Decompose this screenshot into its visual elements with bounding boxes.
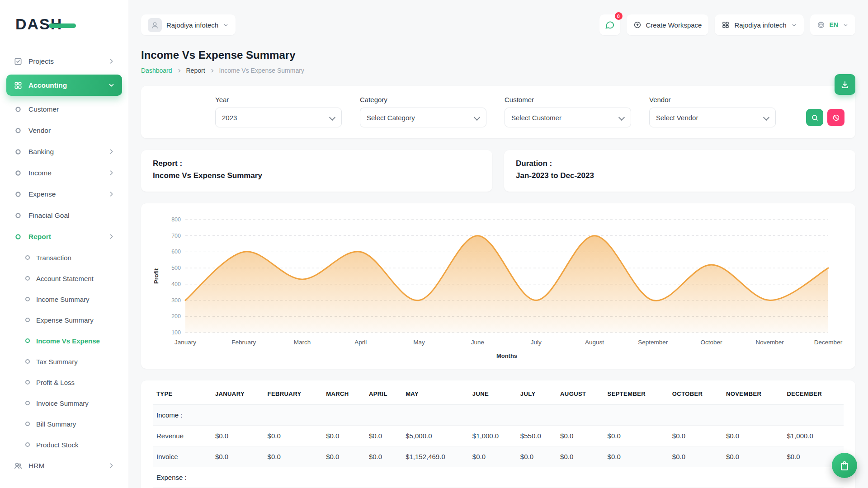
ring-icon — [14, 126, 23, 135]
sidebar-item-projects[interactable]: Projects — [6, 51, 122, 72]
sidebar-item-expense[interactable]: Expense — [6, 183, 122, 205]
category-label: Category — [360, 96, 486, 103]
customer-select[interactable]: Select Customer — [505, 108, 631, 127]
workspace-selector[interactable]: Rajodiya infotech — [141, 14, 236, 35]
sidebar-subitem-income-vs-expense[interactable]: Income Vs Expense — [6, 330, 122, 351]
ring-icon — [25, 380, 30, 385]
income-expense-table: TYPEJANUARYFEBRUARYMARCHAPRILMAYJUNEJULY… — [153, 382, 844, 488]
sidebar-item-customer[interactable]: Customer — [6, 99, 122, 120]
svg-text:200: 200 — [171, 313, 181, 319]
buy-now-fab[interactable] — [832, 453, 857, 478]
sidebar-item-vendor[interactable]: Vendor — [6, 120, 122, 141]
vendor-label: Vendor — [649, 96, 776, 103]
ring-icon — [14, 105, 23, 114]
download-icon — [840, 80, 849, 89]
breadcrumb: Dashboard Report Income Vs Expense Summa… — [141, 67, 855, 74]
sidebar-nav: Projects Accounting Customer Vendor Bank… — [0, 51, 128, 476]
row-value: $0.0 — [469, 446, 517, 467]
ring-icon — [25, 401, 30, 405]
sidebar-subitem-profit-loss[interactable]: Profit & Loss — [6, 372, 122, 393]
users-icon — [14, 461, 23, 470]
svg-text:August: August — [585, 339, 604, 346]
company-selector[interactable]: Rajodiya infotech — [715, 14, 803, 35]
sidebar-item-label: Customer — [28, 105, 59, 113]
sidebar-item-finacial-goal[interactable]: Finacial Goal — [6, 205, 122, 226]
svg-text:June: June — [471, 339, 484, 346]
year-label: Year — [215, 96, 342, 103]
chevron-right-icon — [108, 462, 115, 469]
ring-icon — [25, 359, 30, 364]
sidebar-item-hrm[interactable]: HRM — [6, 455, 122, 476]
sidebar-subitem-account-statement[interactable]: Account Statement — [6, 268, 122, 289]
sidebar-item-report[interactable]: Report — [6, 226, 122, 247]
create-workspace-button[interactable]: Create Workspace — [627, 14, 709, 35]
ring-icon — [25, 318, 30, 322]
row-value: $0.0 — [722, 426, 783, 446]
row-type: Invoice — [153, 446, 212, 467]
svg-text:February: February — [231, 339, 256, 346]
svg-text:September: September — [638, 339, 668, 346]
table-row-revenue: Revenue$0.0$0.0$0.0$0.0$5,000.0$1,000.0$… — [153, 426, 844, 446]
sidebar: DASH Projects Accounting Customer Vendor… — [0, 0, 128, 488]
ring-icon — [14, 169, 23, 178]
svg-text:December: December — [814, 339, 843, 346]
vendor-select[interactable]: Select Vendor — [649, 108, 776, 127]
sidebar-subitem-product-stock[interactable]: Product Stock — [6, 434, 122, 455]
row-value: $0.0 — [212, 426, 264, 446]
chevron-right-icon — [176, 68, 182, 74]
sidebar-subitem-bill-summary[interactable]: Bill Summary — [6, 413, 122, 434]
sidebar-subitem-label: Income Summary — [36, 296, 90, 303]
row-value: $0.0 — [669, 426, 722, 446]
category-select[interactable]: Select Category — [360, 108, 486, 127]
main-content: Rajodiya infotech 0 Create Workspace — [128, 0, 868, 488]
svg-text:300: 300 — [171, 297, 181, 304]
table-section-row: Income : — [153, 405, 844, 426]
table-header-january: JANUARY — [212, 382, 264, 405]
apply-filter-button[interactable] — [806, 109, 823, 126]
svg-text:Profit: Profit — [153, 268, 160, 284]
brand-logo[interactable]: DASH — [0, 12, 128, 51]
language-selector[interactable]: EN — [810, 14, 855, 35]
reset-filter-button[interactable] — [827, 109, 844, 126]
page-head: Income Vs Expense Summary Dashboard Repo… — [141, 49, 855, 74]
duration-summary-card: Duration : Jan-2023 to Dec-2023 — [504, 150, 855, 192]
reset-filter-icon — [832, 114, 840, 122]
breadcrumb-current: Income Vs Expense Summary — [219, 67, 304, 74]
table-section-row: Expense : — [153, 467, 844, 488]
sidebar-item-label: Expense — [28, 190, 56, 198]
customer-label: Customer — [505, 96, 631, 103]
sidebar-item-label: Report — [28, 233, 51, 241]
sidebar-item-banking[interactable]: Banking — [6, 141, 122, 162]
row-value: $5,000.0 — [402, 426, 469, 446]
chevron-right-icon — [108, 169, 115, 176]
row-value: $0.0 — [322, 426, 365, 446]
year-select[interactable]: 2023 — [215, 108, 342, 127]
sidebar-subitem-transaction[interactable]: Transaction — [6, 247, 122, 268]
row-value: $0.0 — [557, 426, 604, 446]
download-button[interactable] — [835, 74, 855, 95]
sidebar-subitem-label: Expense Summary — [36, 316, 94, 324]
sidebar-subitem-expense-summary[interactable]: Expense Summary — [6, 310, 122, 330]
table-header-may: MAY — [402, 382, 469, 405]
sidebar-subitem-income-summary[interactable]: Income Summary — [6, 289, 122, 310]
svg-text:May: May — [413, 339, 425, 346]
sidebar-subitem-tax-summary[interactable]: Tax Summary — [6, 351, 122, 372]
sidebar-item-label: Vendor — [28, 127, 51, 135]
ring-icon — [14, 190, 23, 199]
sidebar-item-income[interactable]: Income — [6, 162, 122, 183]
sidebar-subitem-invoice-summary[interactable]: Invoice Summary — [6, 393, 122, 413]
chevron-right-icon — [108, 148, 115, 155]
breadcrumb-report[interactable]: Report — [186, 67, 205, 74]
breadcrumb-dashboard[interactable]: Dashboard — [141, 67, 172, 74]
svg-text:100: 100 — [171, 329, 181, 336]
table-header-august: AUGUST — [557, 382, 604, 405]
chevron-right-icon — [108, 191, 115, 197]
sidebar-item-accounting[interactable]: Accounting — [6, 75, 122, 96]
sidebar-item-label: HRM — [28, 462, 44, 470]
shopping-bag-icon — [839, 460, 850, 471]
row-value: $0.0 — [365, 446, 402, 467]
messenger-button[interactable]: 0 — [599, 14, 620, 35]
sidebar-item-label: Projects — [28, 57, 54, 66]
ring-icon — [14, 211, 23, 220]
row-value: $1,000.0 — [469, 426, 517, 446]
